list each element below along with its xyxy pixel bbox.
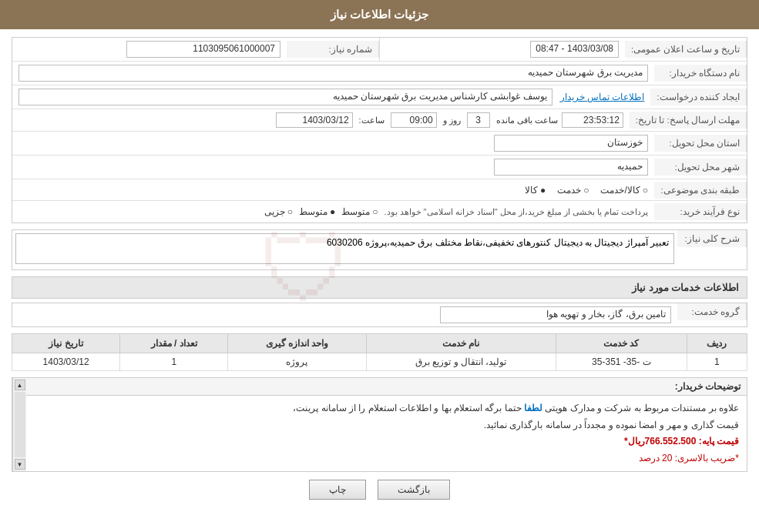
notes-header: توضیحات خریدار:: [26, 378, 747, 396]
notes-text2: قیمت گذاری و مهر و امضا نموده و مجدداً د…: [484, 420, 739, 430]
buttons-row: بازگشت چاپ: [12, 480, 747, 500]
province-input: خوزستان: [494, 135, 648, 152]
announce-date-input: 1403/03/08 - 08:47: [530, 41, 619, 58]
row-category: طبقه بندی موضوعی: ○ کالا/خدمت ○ خدمت: [12, 179, 747, 201]
purchase-type-label-1: جزیی: [264, 206, 285, 217]
cell-row-num: 1: [687, 353, 747, 371]
row-response-deadline: مهلت ارسال پاسخ: تا تاریخ: 23:53:12 ساعت…: [12, 109, 747, 132]
cell-date: 1403/03/12: [12, 353, 120, 371]
main-form: 🛡 تاریخ و ساعت اعلان عمومی: 1403/03/08 -…: [12, 37, 747, 500]
category-label-1: کالا: [525, 185, 538, 196]
category-option-2[interactable]: ○ خدمت: [557, 185, 589, 196]
radio-icon-pt1: ○: [287, 206, 293, 217]
creator-value: اطلاعات تماس خریدار یوسف غوابشی کارشناس …: [12, 85, 650, 109]
notes-with-scroll: توضیحات خریدار: علاوه بر مستندات مربوط ب…: [12, 378, 747, 471]
announce-date-value: 1403/03/08 - 08:47: [380, 38, 625, 61]
table-body: 1 ت -35- 351-35 تولید، انتقال و توزیع بر…: [12, 353, 747, 371]
city-label: شهر محل تحویل:: [654, 159, 747, 176]
days-input: 3: [467, 112, 490, 128]
purchase-type-option-1[interactable]: ○ جزیی: [264, 206, 293, 217]
notes-text1: علاوه بر مستندات مربوط به شرکت و مدارک ه…: [542, 403, 739, 413]
page-title: جزئیات اطلاعات نیاز: [331, 8, 428, 21]
services-table: ردیف کد خدمت نام خدمت واحد اندازه گیری ت…: [12, 333, 747, 371]
purchase-type-option-2[interactable]: ● متوسط: [299, 206, 335, 217]
response-deadline-values: 23:53:12 ساعت باقی مانده 3 روز و 09:00 س…: [12, 109, 630, 131]
col-header-date: تاریخ نیاز: [12, 334, 120, 353]
radio-icon-pt3: ○: [372, 206, 378, 217]
scroll-indicator: ▲ ▼: [12, 378, 26, 471]
purchase-type-radio-group: پرداخت تمام یا بخشی از مبلغ خرید،از محل …: [18, 206, 648, 217]
remaining-label: ساعت باقی مانده: [492, 115, 562, 125]
notes-text1-cont: حتما برگه استعلام بها و اطلاعات استعلام …: [293, 403, 524, 413]
back-button[interactable]: بازگشت: [378, 480, 450, 500]
print-button[interactable]: چاپ: [309, 480, 366, 500]
service-group-value: تامین برق، گاز، بخار و تهویه هوا: [12, 303, 677, 326]
buyer-org-input: مدیریت برق شهرستان حمیدیه: [18, 65, 648, 82]
col-header-service-name: نام خدمت: [366, 334, 556, 353]
description-textarea[interactable]: [15, 233, 674, 264]
row-purchase-type: نوع فرآیند خرید: پرداخت تمام یا بخشی از …: [12, 201, 747, 223]
scroll-down-button[interactable]: ▼: [15, 459, 25, 470]
need-number-value: 1103095061000007: [12, 38, 287, 61]
col-header-unit: واحد اندازه گیری: [228, 334, 366, 353]
notes-section: توضیحات خریدار: علاوه بر مستندات مربوط ب…: [12, 377, 747, 472]
notes-text3: قیمت پایه: 766.552.500ریال*: [624, 436, 739, 447]
city-value: حمیدیه: [12, 156, 654, 179]
service-group-row: گروه خدمت: تامین برق، گاز، بخار و تهویه …: [12, 303, 747, 327]
category-option-1[interactable]: ● کالا: [525, 185, 546, 196]
need-number-label: شماره نیاز:: [287, 41, 379, 58]
row-city: شهر محل تحویل: حمیدیه: [12, 156, 747, 179]
buyer-org-value: مدیریت برق شهرستان حمیدیه: [12, 62, 654, 85]
notes-link[interactable]: لطفا: [524, 403, 542, 413]
category-label-3: کالا/خدمت: [600, 185, 640, 196]
table-header-row: ردیف کد خدمت نام خدمت واحد اندازه گیری ت…: [12, 334, 747, 353]
notes-line3: قیمت پایه: 766.552.500ریال*: [34, 433, 739, 450]
need-number-input: 1103095061000007: [126, 41, 280, 58]
notes-line4: *ضریب بالاسری: 20 درصد: [34, 450, 739, 467]
notes-line1: علاوه بر مستندات مربوط به شرکت و مدارک ه…: [34, 400, 739, 417]
category-option-3[interactable]: ○ کالا/خدمت: [600, 185, 648, 196]
row-province: استان محل تحویل: خوزستان: [12, 132, 747, 156]
content-area: 🛡 تاریخ و ساعت اعلان عمومی: 1403/03/08 -…: [0, 29, 759, 515]
announce-date-label: تاریخ و ساعت اعلان عمومی:: [625, 41, 747, 58]
time-input: 09:00: [391, 112, 437, 128]
row-creator: ایجاد کننده درخواست: اطلاعات تماس خریدار…: [12, 85, 747, 109]
notes-text4: *ضریب بالاسری: 20 درصد: [639, 453, 739, 463]
buyer-org-label: نام دستگاه خریدار:: [654, 65, 747, 82]
category-label-2: خدمت: [557, 185, 581, 196]
deadline-time-row: 23:53:12 ساعت باقی مانده 3 روز و 09:00 س…: [18, 112, 623, 128]
days-label: روز و: [439, 115, 465, 125]
cell-service-code: ت -35- 351-35: [556, 353, 687, 371]
purchase-type-label-2: متوسط: [299, 206, 327, 217]
description-value: [12, 230, 677, 269]
purchase-type-note: پرداخت تمام یا بخشی از مبلغ خرید،از محل …: [384, 207, 648, 217]
description-section: شرح کلی نیاز:: [12, 229, 747, 270]
cell-quantity: 1: [120, 353, 228, 371]
radio-icon-pt2: ●: [330, 206, 335, 217]
time-label: ساعت:: [355, 115, 388, 125]
creator-input: یوسف غوابشی کارشناس مدیریت برق شهرستان ح…: [18, 89, 552, 105]
table-row: 1 ت -35- 351-35 تولید، انتقال و توزیع بر…: [12, 353, 747, 371]
table-head: ردیف کد خدمت نام خدمت واحد اندازه گیری ت…: [12, 334, 747, 353]
response-date-input: 1403/03/12: [276, 112, 353, 128]
page-header: جزئیات اطلاعات نیاز: [0, 0, 759, 29]
purchase-type-option-3[interactable]: ○ متوسط: [341, 206, 378, 217]
category-radio-group: ○ کالا/خدمت ○ خدمت ● کالا: [18, 185, 648, 196]
top-section: تاریخ و ساعت اعلان عمومی: 1403/03/08 - 0…: [12, 37, 747, 223]
cell-unit: پروژه: [228, 353, 366, 371]
scroll-up-button[interactable]: ▲: [15, 380, 25, 390]
notes-line2: قیمت گذاری و مهر و امضا نموده و مجدداً د…: [34, 417, 739, 434]
row-need-number: تاریخ و ساعت اعلان عمومی: 1403/03/08 - 0…: [12, 38, 747, 62]
radio-icon-2: ○: [583, 185, 589, 196]
contact-link[interactable]: اطلاعات تماس خریدار: [560, 92, 645, 102]
row-buyer-org: نام دستگاه خریدار: مدیریت برق شهرستان حم…: [12, 62, 747, 85]
city-input: حمیدیه: [494, 159, 648, 176]
service-group-label: گروه خدمت:: [677, 303, 747, 320]
creator-label: ایجاد کننده درخواست:: [650, 89, 747, 105]
province-label: استان محل تحویل:: [654, 135, 747, 152]
service-group-input: تامین برق، گاز، بخار و تهویه هوا: [440, 306, 671, 323]
cell-service-name: تولید، انتقال و توزیع برق: [366, 353, 556, 371]
notes-label: توضیحات خریدار:: [675, 381, 741, 392]
province-value: خوزستان: [12, 132, 654, 155]
page-container: جزئیات اطلاعات نیاز 🛡 تاریخ و ساعت اعلان…: [0, 0, 759, 532]
